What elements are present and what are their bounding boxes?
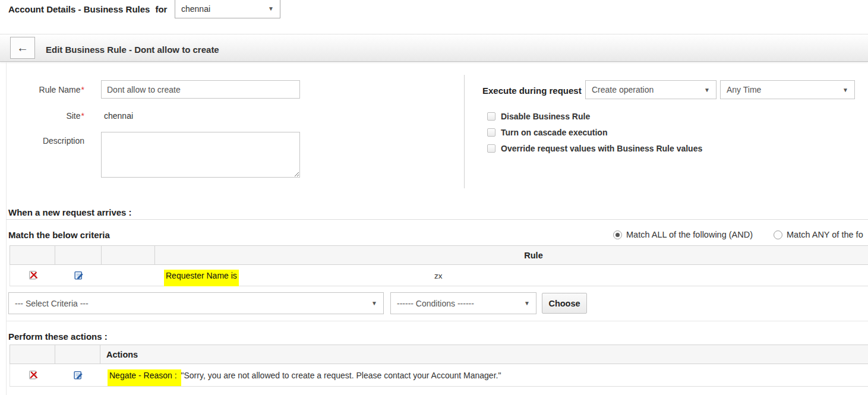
section-divider	[6, 321, 868, 321]
required-asterisk: *	[81, 111, 84, 121]
dropdown-arrow-icon: ▼	[704, 87, 710, 93]
dropdown-arrow-icon: ▼	[268, 5, 274, 12]
cascade-execution-label: Turn on cascade execution	[501, 128, 607, 137]
criteria-row: Requester Name is zx	[10, 265, 868, 286]
page-title-text: Account Details - Business Rules	[8, 4, 150, 14]
time-select[interactable]: Any Time ▼	[720, 80, 855, 99]
page: Account Details - Business Rules for che…	[0, 0, 868, 395]
criteria-text-highlight: Requester Name is	[164, 270, 239, 286]
checkbox-row: Turn on cascade execution	[487, 128, 607, 137]
header-cell	[55, 246, 102, 264]
time-select-value: Any Time	[727, 85, 761, 94]
select-criteria-value: --- Select Criteria ---	[15, 299, 89, 308]
criteria-rule-cell: Requester Name is zx	[155, 270, 868, 281]
form-divider	[464, 75, 465, 188]
action-cell: Negate - Reason : "Sorry, you are not al…	[100, 370, 868, 381]
dropdown-arrow-icon: ▼	[371, 300, 377, 306]
action-row: Negate - Reason : "Sorry, you are not al…	[10, 364, 868, 387]
checkbox-row: Override request values with Business Ru…	[487, 144, 702, 153]
disable-business-rule-label: Disable Business Rule	[501, 112, 590, 121]
criteria-table-header: Rule	[10, 245, 868, 265]
criteria-value: zx	[434, 271, 443, 280]
match-any-label: Match ANY of the fo	[787, 230, 863, 239]
rule-column-header: Rule	[155, 246, 868, 264]
action-text-highlight: Negate - Reason :	[108, 369, 181, 386]
criteria-table: Rule	[10, 245, 868, 286]
actions-table-header: Actions	[10, 345, 868, 364]
delete-criteria-icon[interactable]	[28, 270, 38, 280]
actions-table: Actions	[10, 345, 868, 387]
section-divider	[6, 219, 868, 220]
delete-action-icon[interactable]	[28, 370, 38, 380]
match-any-radio-row: Match ANY of the fo	[774, 230, 863, 239]
required-asterisk: *	[81, 85, 84, 94]
rule-name-label: Rule Name*	[6, 85, 84, 94]
back-arrow-icon: ←	[17, 41, 29, 55]
checkbox-row: Disable Business Rule	[487, 112, 590, 121]
edit-rule-title: Edit Business Rule - Dont allow to creat…	[46, 45, 219, 55]
dropdown-arrow-icon: ▼	[842, 87, 848, 93]
match-all-radio-row: Match ALL of the following (AND)	[613, 230, 753, 239]
dropdown-arrow-icon: ▼	[524, 300, 530, 306]
action-detail: "Sorry, you are not allowed to create a …	[181, 371, 501, 380]
override-values-checkbox[interactable]	[487, 144, 495, 153]
page-title: Account Details - Business Rules for	[8, 4, 167, 14]
match-any-radio[interactable]	[774, 230, 782, 239]
site-label: Site*	[6, 111, 84, 121]
select-criteria-dropdown[interactable]: --- Select Criteria --- ▼	[8, 292, 384, 314]
override-values-label: Override request values with Business Ru…	[501, 144, 702, 153]
execute-during-label: Execute during request	[482, 86, 582, 96]
edit-action-icon[interactable]	[73, 370, 83, 380]
cascade-execution-checkbox[interactable]	[487, 128, 495, 137]
operation-select[interactable]: Create operation ▼	[585, 80, 717, 99]
account-select[interactable]: chennai ▼	[175, 0, 280, 18]
choose-button[interactable]: Choose	[542, 293, 587, 314]
operation-select-value: Create operation	[592, 85, 654, 94]
header-cell	[102, 246, 155, 264]
match-all-label: Match ALL of the following (AND)	[626, 230, 753, 239]
perform-actions-heading: Perform these actions :	[8, 331, 108, 342]
conditions-value: ------ Conditions ------	[397, 299, 474, 308]
request-arrives-heading: When a new request arrives :	[8, 207, 132, 217]
page-title-for: for	[155, 4, 167, 14]
account-select-value: chennai	[181, 4, 210, 14]
header-cell	[55, 345, 100, 364]
match-all-radio[interactable]	[613, 230, 622, 239]
description-textarea[interactable]	[101, 132, 300, 178]
edit-criteria-icon[interactable]	[74, 270, 84, 280]
description-label: Description	[6, 136, 84, 146]
header-cell	[10, 246, 55, 264]
disable-business-rule-checkbox[interactable]	[487, 112, 495, 121]
actions-column-header: Actions	[100, 345, 868, 364]
back-button[interactable]: ←	[10, 37, 35, 59]
site-value: chennai	[104, 111, 133, 121]
match-criteria-heading: Match the below criteria	[8, 230, 110, 240]
rule-name-input[interactable]	[101, 80, 300, 99]
header-cell	[10, 345, 55, 364]
conditions-dropdown[interactable]: ------ Conditions ------ ▼	[390, 292, 536, 314]
